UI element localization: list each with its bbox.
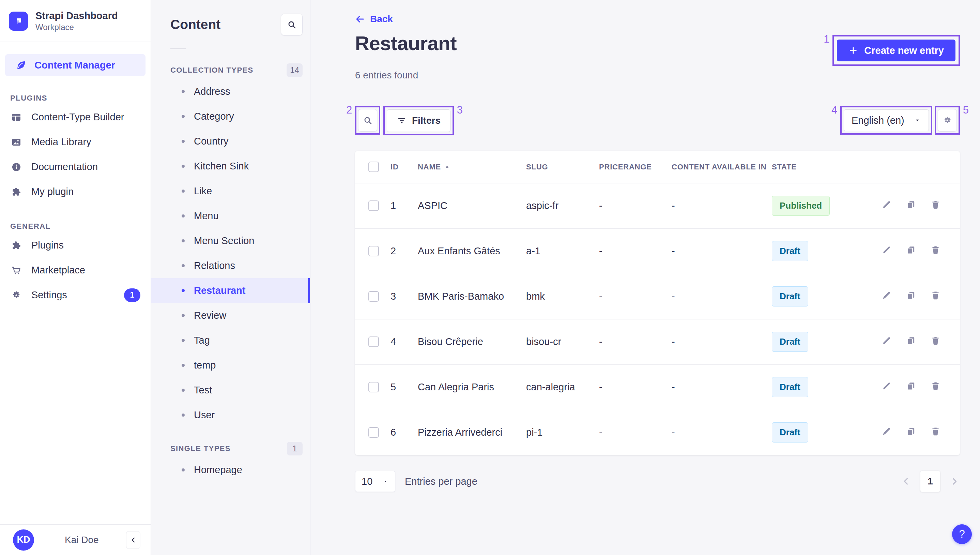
duplicate-button[interactable] bbox=[906, 381, 916, 391]
sidebar-item-documentation[interactable]: Documentation bbox=[0, 154, 150, 179]
panel-search-button[interactable] bbox=[281, 14, 302, 35]
content-type-test[interactable]: Test bbox=[151, 378, 310, 403]
content-type-menu[interactable]: Menu bbox=[151, 204, 310, 228]
content-type-homepage[interactable]: Homepage bbox=[151, 457, 310, 483]
table-row[interactable]: 5Can Alegria Pariscan-alegria--Draft bbox=[355, 364, 960, 410]
sidebar-item-content-manager[interactable]: Content Manager bbox=[5, 54, 145, 76]
duplicate-button[interactable] bbox=[906, 290, 916, 301]
duplicate-button[interactable] bbox=[906, 245, 916, 255]
edit-button[interactable] bbox=[881, 290, 892, 301]
bullet-icon bbox=[182, 468, 185, 472]
sidebar-item-my-plugin[interactable]: My plugin bbox=[0, 179, 150, 204]
caret-down-icon bbox=[382, 478, 389, 485]
table-row[interactable]: 4Bisou Crêperiebisou-cr--Draft bbox=[355, 319, 960, 364]
previous-page-button[interactable] bbox=[901, 476, 911, 487]
column-header-state[interactable]: STATE bbox=[772, 151, 857, 183]
content-type-user[interactable]: User bbox=[151, 403, 310, 428]
sidebar-item-marketplace[interactable]: Marketplace bbox=[0, 258, 150, 282]
content-type-country[interactable]: Country bbox=[151, 129, 310, 154]
table-row[interactable]: 3BMK Paris-Bamakobmk--Draft bbox=[355, 274, 960, 319]
view-settings-button[interactable] bbox=[938, 109, 957, 132]
content-type-menu-section[interactable]: Menu Section bbox=[151, 228, 310, 253]
delete-button[interactable] bbox=[930, 335, 941, 346]
next-page-button[interactable] bbox=[949, 476, 960, 487]
pencil-icon bbox=[881, 199, 892, 210]
status-badge: Draft bbox=[772, 241, 808, 261]
pencil-icon bbox=[881, 290, 892, 301]
column-header-name[interactable]: NAME bbox=[418, 151, 526, 183]
user-row: KD Kai Doe bbox=[0, 525, 150, 555]
row-checkbox[interactable] bbox=[368, 382, 379, 392]
cell-id: 6 bbox=[390, 410, 418, 455]
content-type-kitchen-sink[interactable]: Kitchen Sink bbox=[151, 154, 310, 179]
content-type-relations[interactable]: Relations bbox=[151, 253, 310, 278]
back-link[interactable]: Back bbox=[355, 14, 393, 24]
cell-pricerange: - bbox=[599, 364, 671, 410]
puzzle-icon bbox=[10, 186, 22, 198]
duplicate-button[interactable] bbox=[906, 426, 916, 437]
content-type-restaurant[interactable]: Restaurant bbox=[151, 278, 310, 303]
column-header-pricerange[interactable]: PRICERANGE bbox=[599, 151, 671, 183]
content-type-category[interactable]: Category bbox=[151, 104, 310, 129]
cell-slug: aspic-fr bbox=[526, 183, 599, 228]
cell-slug: bisou-cr bbox=[526, 319, 599, 364]
column-header-id[interactable]: ID bbox=[390, 151, 418, 183]
table-row[interactable]: 1ASPICaspic-fr--Published bbox=[355, 183, 960, 228]
bullet-icon bbox=[182, 189, 185, 192]
cell-pricerange: - bbox=[599, 319, 671, 364]
table-row[interactable]: 2Aux Enfants Gâtésa-1--Draft bbox=[355, 228, 960, 274]
help-button[interactable]: ? bbox=[952, 525, 972, 544]
search-entries-button[interactable] bbox=[358, 109, 377, 132]
entries-per-page-select[interactable]: 10 bbox=[355, 471, 395, 492]
row-checkbox[interactable] bbox=[368, 291, 379, 302]
row-checkbox[interactable] bbox=[368, 427, 379, 438]
annotation-label-2: 2 bbox=[346, 105, 352, 115]
search-icon bbox=[286, 19, 297, 30]
content-type-review[interactable]: Review bbox=[151, 303, 310, 328]
page-number-button[interactable]: 1 bbox=[920, 471, 940, 492]
edit-button[interactable] bbox=[881, 199, 892, 210]
caret-down-icon bbox=[914, 117, 921, 124]
sidebar-item-settings[interactable]: Settings1 bbox=[0, 282, 150, 308]
edit-button[interactable] bbox=[881, 335, 892, 346]
content-type-tag[interactable]: Tag bbox=[151, 328, 310, 353]
table-row[interactable]: 6Pizzeria Arrivedercipi-1--Draft bbox=[355, 410, 960, 455]
column-header-content-available-in[interactable]: CONTENT AVAILABLE IN bbox=[671, 151, 772, 183]
duplicate-button[interactable] bbox=[906, 199, 916, 210]
row-checkbox[interactable] bbox=[368, 246, 379, 257]
content-type-temp[interactable]: temp bbox=[151, 353, 310, 378]
puzzle-icon bbox=[10, 239, 22, 252]
create-new-entry-button[interactable]: Create new entry bbox=[837, 40, 956, 61]
avatar[interactable]: KD bbox=[13, 529, 34, 550]
column-header-slug[interactable]: SLUG bbox=[526, 151, 599, 183]
content-type-like[interactable]: Like bbox=[151, 179, 310, 204]
row-checkbox[interactable] bbox=[368, 337, 379, 347]
delete-button[interactable] bbox=[930, 381, 941, 391]
delete-button[interactable] bbox=[930, 426, 941, 437]
delete-button[interactable] bbox=[930, 245, 941, 255]
row-checkbox[interactable] bbox=[368, 201, 379, 211]
sidebar-item-plugins[interactable]: Plugins bbox=[0, 233, 150, 258]
edit-button[interactable] bbox=[881, 381, 892, 391]
bullet-icon bbox=[182, 414, 185, 417]
annotation-label-5: 5 bbox=[963, 105, 969, 115]
chevron-right-icon bbox=[949, 476, 960, 487]
select-all-checkbox[interactable] bbox=[368, 162, 379, 172]
edit-button[interactable] bbox=[881, 245, 892, 255]
content-type-label: Review bbox=[194, 310, 226, 321]
delete-button[interactable] bbox=[930, 199, 941, 210]
delete-button[interactable] bbox=[930, 290, 941, 301]
workspace-switcher[interactable]: Strapi Dashboard Workplace bbox=[0, 0, 150, 42]
sidebar-item-label: Marketplace bbox=[31, 265, 85, 276]
filters-button[interactable]: Filters bbox=[387, 109, 451, 132]
edit-button[interactable] bbox=[881, 426, 892, 437]
sidebar-item-content-type-builder[interactable]: Content-Type Builder bbox=[0, 105, 150, 130]
collapse-sidebar-button[interactable] bbox=[126, 531, 141, 549]
duplicate-icon bbox=[906, 426, 916, 437]
duplicate-button[interactable] bbox=[906, 335, 916, 346]
content-type-address[interactable]: Address bbox=[151, 79, 310, 104]
sidebar-item-label: My plugin bbox=[31, 186, 74, 197]
locale-select[interactable]: English (en) bbox=[844, 109, 929, 131]
sidebar-item-media-library[interactable]: Media Library bbox=[0, 130, 150, 154]
content-type-label: Kitchen Sink bbox=[194, 160, 249, 172]
